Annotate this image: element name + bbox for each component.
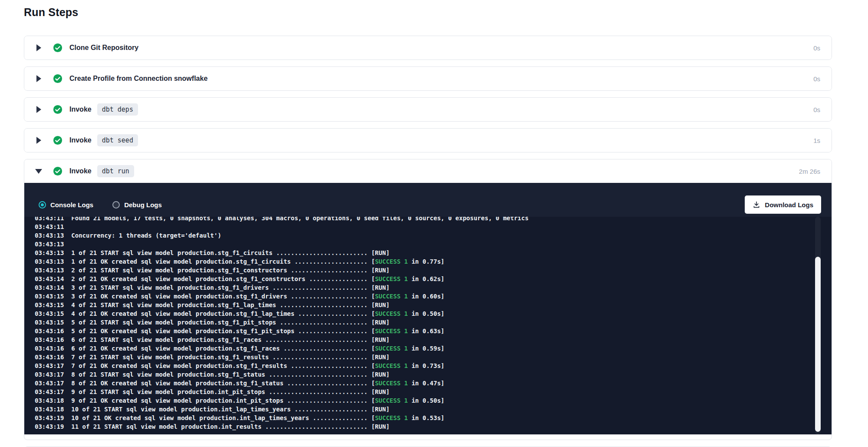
log-line: 03:43:13 2 of 21 START sql view model pr…: [35, 266, 832, 275]
step-card-clone-git: Clone Git Repository 0s: [24, 36, 832, 60]
run-steps-list: Clone Git Repository 0s Create Profile f…: [24, 36, 832, 447]
log-line: 03:43:16 6 of 21 START sql view model pr…: [35, 335, 832, 344]
success-check-icon: [53, 74, 62, 83]
success-check-icon: [53, 136, 62, 145]
log-line: 03:43:15 4 of 21 START sql view model pr…: [35, 301, 832, 309]
log-line: 03:43:19 11 of 21 START sql view model p…: [35, 422, 832, 431]
step-label: Invoke: [69, 106, 92, 113]
step-label: Create Profile from Connection snowflake: [69, 75, 207, 83]
success-check-icon: [53, 166, 62, 176]
log-line: 03:43:16 6 of 21 OK created sql view mod…: [35, 344, 832, 353]
log-line: 03:43:17 8 of 21 OK created sql view mod…: [35, 379, 832, 387]
log-line: 03:43:13 1 of 21 OK created sql view mod…: [35, 257, 832, 266]
step-card-dbt-run: Invoke dbt run 2m 26s Console Logs Debug…: [24, 159, 832, 440]
log-line: 03:43:15 4 of 21 OK created sql view mod…: [35, 309, 832, 318]
page-title: Run Steps: [24, 6, 832, 19]
log-line: 03:43:17 9 of 21 START sql view model pr…: [35, 387, 832, 396]
log-line: 03:43:14 2 of 21 OK created sql view mod…: [35, 275, 832, 283]
log-line: 03:43:18 9 of 21 OK created sql view mod…: [35, 396, 832, 405]
log-scrollbar-thumb[interactable]: [815, 257, 821, 432]
run-steps-page: Run Steps Clone Git Repository 0s Create…: [24, 6, 832, 447]
download-logs-label: Download Logs: [765, 201, 813, 209]
step-header[interactable]: Create Profile from Connection snowflake…: [24, 67, 832, 90]
log-line: 03:43:14 3 of 21 START sql view model pr…: [35, 283, 832, 292]
download-logs-button[interactable]: Download Logs: [745, 195, 821, 214]
step-duration: 1s: [813, 137, 820, 144]
console-logs-radio[interactable]: Console Logs: [39, 201, 93, 209]
console-log-panel: Console Logs Debug Logs Download Logs: [24, 183, 832, 434]
download-icon: [753, 201, 760, 209]
log-toolbar: Console Logs Debug Logs Download Logs: [24, 183, 832, 217]
step-header[interactable]: Clone Git Repository 0s: [24, 36, 832, 60]
step-label: Clone Git Repository: [69, 44, 138, 52]
log-line: 03:43:11: [35, 222, 832, 231]
step-command-chip: dbt seed: [97, 134, 138, 146]
log-line: 03:43:19 10 of 21 OK created sql view mo…: [35, 414, 832, 422]
step-header[interactable]: Invoke dbt run 2m 26s: [24, 159, 832, 183]
step-header[interactable]: Invoke dbt seed 1s: [24, 129, 832, 152]
step-command-chip: dbt run: [97, 165, 134, 177]
caret-right-icon[interactable]: [36, 137, 42, 144]
log-line: 03:43:15 5 of 21 START sql view model pr…: [35, 318, 832, 327]
caret-right-icon[interactable]: [36, 44, 42, 51]
log-content: 03:43:11 Found 21 models, 17 tests, 0 sn…: [24, 217, 832, 431]
log-line: 03:43:16 7 of 21 START sql view model pr…: [35, 353, 832, 361]
radio-selected-icon[interactable]: [39, 201, 46, 209]
step-duration: 0s: [813, 44, 820, 52]
log-line: 03:43:13 1 of 21 START sql view model pr…: [35, 248, 832, 257]
log-line: 03:43:13: [35, 240, 832, 248]
radio-unselected-icon[interactable]: [112, 201, 120, 209]
log-line: 03:43:13 Concurrency: 1 threads (target=…: [35, 231, 832, 240]
log-scrollbar-track[interactable]: [815, 217, 821, 434]
log-viewport[interactable]: 03:43:11 Found 21 models, 17 tests, 0 sn…: [24, 217, 832, 434]
debug-logs-label: Debug Logs: [124, 201, 162, 209]
step-label: Invoke: [69, 136, 92, 144]
step-command-chip: dbt deps: [97, 103, 138, 116]
console-logs-label: Console Logs: [50, 201, 93, 209]
log-line: 03:43:17 8 of 21 START sql view model pr…: [35, 370, 832, 379]
step-duration: 2m 26s: [799, 168, 820, 175]
success-check-icon: [53, 105, 62, 114]
log-line: 03:43:16 5 of 21 OK created sql view mod…: [35, 327, 832, 335]
log-line: 03:43:18 10 of 21 START sql view model p…: [35, 405, 832, 414]
step-card-dbt-deps: Invoke dbt deps 0s: [24, 97, 832, 122]
caret-down-icon[interactable]: [36, 169, 42, 174]
caret-right-icon[interactable]: [36, 106, 42, 113]
success-check-icon: [53, 43, 62, 53]
caret-right-icon[interactable]: [36, 75, 42, 82]
step-card-dbt-seed: Invoke dbt seed 1s: [24, 128, 832, 152]
step-duration: 0s: [813, 75, 820, 83]
log-line: 03:43:11 Found 21 models, 17 tests, 0 sn…: [35, 217, 832, 222]
step-card-create-profile: Create Profile from Connection snowflake…: [24, 66, 832, 91]
step-header[interactable]: Invoke dbt deps 0s: [24, 98, 832, 121]
log-line: 03:43:15 3 of 21 OK created sql view mod…: [35, 292, 832, 301]
debug-logs-radio[interactable]: Debug Logs: [112, 201, 162, 209]
step-label: Invoke: [69, 167, 92, 175]
step-duration: 0s: [813, 106, 820, 113]
log-line: 03:43:17 7 of 21 OK created sql view mod…: [35, 361, 832, 370]
